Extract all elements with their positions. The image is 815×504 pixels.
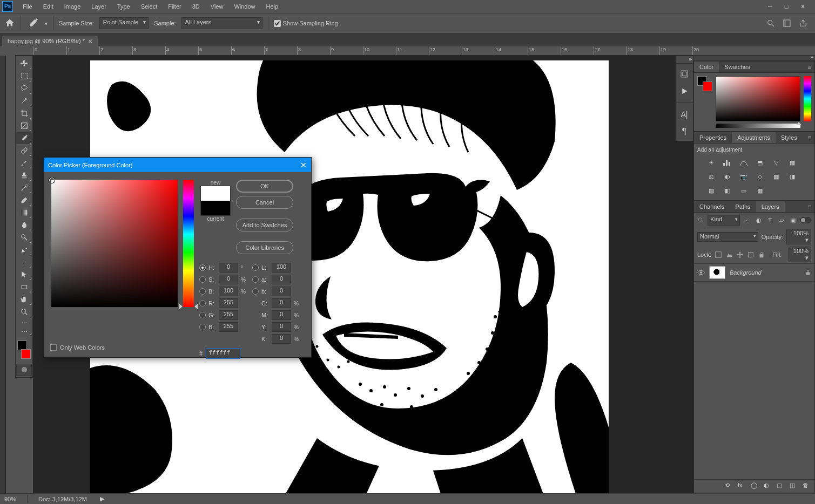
layer-mask-icon[interactable]: ◯ <box>751 482 759 491</box>
photo-filter-icon[interactable]: 📷 <box>738 172 749 181</box>
healing-brush-tool[interactable] <box>16 145 32 156</box>
move-tool[interactable] <box>16 58 32 70</box>
channel-mixer-icon[interactable]: ◇ <box>755 172 765 181</box>
channels-tab[interactable]: Channels <box>694 201 730 212</box>
panel-menu-icon[interactable]: ≡ <box>805 201 814 212</box>
only-web-colors-checkbox[interactable]: Only Web Colors <box>50 344 105 351</box>
panel-menu-icon[interactable]: ≡ <box>805 132 814 143</box>
a-radio[interactable] <box>252 276 259 283</box>
color-swatches[interactable] <box>16 339 32 360</box>
delete-layer-icon[interactable]: 🗑 <box>803 482 811 491</box>
invert-icon[interactable]: ◨ <box>787 172 798 181</box>
a-input[interactable]: 0 <box>272 275 291 284</box>
bw-icon[interactable]: ◐ <box>722 172 733 181</box>
layer-thumbnail[interactable] <box>709 266 725 279</box>
ok-button[interactable]: OK <box>236 180 293 193</box>
gradient-tool[interactable] <box>16 207 32 219</box>
pen-tool[interactable] <box>16 244 32 256</box>
play-panel-icon[interactable] <box>677 84 691 98</box>
minimize-icon[interactable]: ─ <box>766 3 774 10</box>
menu-window[interactable]: Window <box>228 1 260 12</box>
show-sampling-ring-checkbox[interactable]: Show Sampling Ring <box>274 20 338 27</box>
collapse-dock-icon[interactable] <box>693 56 815 61</box>
document-tab[interactable]: happy.jpg @ 90% (RGB/8#) * ✕ <box>2 36 98 46</box>
edit-toolbar-icon[interactable] <box>16 327 32 336</box>
selective-color-icon[interactable]: ▦ <box>755 186 765 195</box>
lock-transparent-icon[interactable] <box>715 251 722 258</box>
lasso-tool[interactable] <box>16 83 32 94</box>
curves-icon[interactable] <box>738 158 749 167</box>
background-color-swatch[interactable] <box>21 349 31 359</box>
hue-slider[interactable] <box>183 180 194 307</box>
hand-tool[interactable] <box>16 294 32 305</box>
workspace-icon[interactable] <box>783 19 791 28</box>
b-radio[interactable] <box>199 288 206 295</box>
lock-artboard-icon[interactable] <box>747 251 755 258</box>
bv-input[interactable]: 255 <box>219 322 238 332</box>
r-input[interactable]: 255 <box>219 298 238 308</box>
saturation-value-field[interactable] <box>51 180 178 307</box>
color-libraries-button[interactable]: Color Libraries <box>236 241 293 254</box>
history-brush-tool[interactable] <box>16 182 32 194</box>
brightness-contrast-icon[interactable]: ☀ <box>706 158 717 167</box>
type-tool[interactable]: T <box>16 256 32 268</box>
brush-tool[interactable] <box>16 157 32 169</box>
fill-input[interactable]: 100% ▾ <box>789 247 811 262</box>
posterize-icon[interactable]: ▤ <box>706 186 717 195</box>
link-layers-icon[interactable]: ⟲ <box>725 482 733 491</box>
eyedropper-tool[interactable] <box>16 132 32 144</box>
brightness-slider[interactable] <box>716 124 800 128</box>
quick-mask-toggle[interactable] <box>16 364 32 376</box>
picker-cursor[interactable] <box>49 178 55 183</box>
search-icon[interactable] <box>766 19 775 28</box>
close-icon[interactable]: ✕ <box>799 3 806 10</box>
adjustments-tab[interactable]: Adjustments <box>732 132 776 143</box>
panel-menu-icon[interactable]: ≡ <box>805 62 814 72</box>
color-field[interactable] <box>716 76 800 121</box>
lock-position-icon[interactable] <box>736 251 744 258</box>
dialog-titlebar[interactable]: Color Picker (Foreground Color) ✕ <box>44 158 311 172</box>
layer-style-icon[interactable]: fx <box>738 482 746 491</box>
sample-size-dropdown[interactable]: Point Sample <box>99 17 149 29</box>
blend-mode-dropdown[interactable]: Normal <box>697 232 758 242</box>
group-icon[interactable]: ▢ <box>777 482 785 491</box>
new-layer-icon[interactable]: ◫ <box>790 482 798 491</box>
exposure-icon[interactable]: ⬒ <box>755 158 765 167</box>
new-color-swatch[interactable] <box>201 186 230 201</box>
menu-help[interactable]: Help <box>261 1 284 12</box>
doc-size[interactable]: Doc: 3,12M/3,12M <box>38 496 87 502</box>
lock-all-icon[interactable] <box>758 251 765 258</box>
expand-dock-icon[interactable] <box>676 58 692 64</box>
menu-layer[interactable]: Layer <box>86 1 112 12</box>
levels-icon[interactable] <box>722 158 733 167</box>
bv-radio[interactable] <box>199 324 206 330</box>
paths-tab[interactable]: Paths <box>730 201 756 212</box>
b-input[interactable]: 100 <box>219 287 238 296</box>
sample-dropdown[interactable]: All Layers <box>181 17 262 29</box>
zoom-tool[interactable] <box>16 306 32 318</box>
filter-shape-icon[interactable]: ▱ <box>777 216 785 224</box>
paragraph-panel-icon[interactable]: ¶ <box>677 125 691 139</box>
menu-type[interactable]: Type <box>112 1 136 12</box>
rectangle-tool[interactable] <box>16 281 32 293</box>
tab-close-icon[interactable]: ✕ <box>88 38 92 44</box>
h-radio[interactable] <box>199 264 206 271</box>
hue-strip[interactable] <box>804 76 811 121</box>
menu-filter[interactable]: Filter <box>163 1 186 12</box>
magic-wand-tool[interactable] <box>16 95 32 107</box>
menu-edit[interactable]: Edit <box>38 1 59 12</box>
lock-image-icon[interactable] <box>725 251 733 258</box>
home-icon[interactable] <box>4 18 15 29</box>
s-radio[interactable] <box>199 276 206 283</box>
filter-adjustment-icon[interactable]: ◐ <box>755 216 763 224</box>
hex-input[interactable]: ffffff <box>206 348 240 359</box>
menu-select[interactable]: Select <box>136 1 163 12</box>
hue-sat-icon[interactable]: ▦ <box>787 158 798 167</box>
dialog-close-icon[interactable]: ✕ <box>300 161 307 169</box>
layer-item[interactable]: Background <box>694 263 814 282</box>
lab-b-input[interactable]: 0 <box>272 287 291 296</box>
vibrance-icon[interactable]: ▽ <box>771 158 782 167</box>
lab-b-radio[interactable] <box>252 288 259 295</box>
blur-tool[interactable] <box>16 219 32 231</box>
adjustment-layer-icon[interactable]: ◐ <box>764 482 772 491</box>
